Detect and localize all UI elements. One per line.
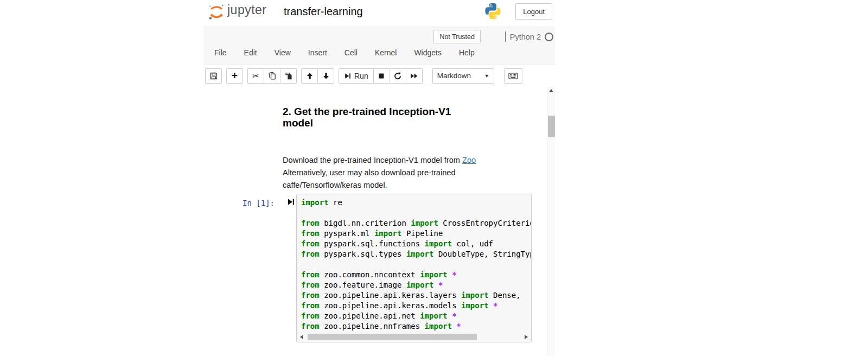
input-prompt: In [1]: — [242, 199, 275, 207]
restart-kernel-button[interactable] — [390, 68, 406, 84]
markdown-heading: 2. Get the pre-trained Inception-V1 mode… — [283, 106, 474, 129]
scissors-icon: ✂ — [252, 72, 259, 80]
paragraph-text: Alternatively, user may also download pr… — [283, 168, 456, 189]
scroll-left-arrow-icon[interactable] — [300, 335, 303, 339]
code-horizontal-scrollbar[interactable] — [298, 333, 530, 341]
code-line: from zoo.pipeline.api.keras.models impor… — [301, 301, 531, 311]
move-cell-down-button[interactable] — [317, 68, 334, 84]
code-line: from zoo.common.nncontext import * — [301, 270, 531, 280]
paragraph-text: Download the pre-trained Inception-V1 mo… — [283, 156, 462, 164]
arrow-up-icon — [305, 72, 314, 80]
run-icon — [344, 72, 352, 80]
fast-forward-icon — [410, 72, 418, 80]
python-logo-icon — [484, 2, 502, 20]
restart-icon — [393, 72, 402, 80]
code-editor[interactable]: import re from bigdl.nn.criterion import… — [296, 194, 532, 342]
plus-icon: + — [232, 70, 238, 80]
stop-icon — [377, 72, 386, 80]
jupyter-logo-text[interactable]: jupyter — [227, 3, 267, 17]
copy-icon — [268, 72, 277, 80]
vertical-scroll-thumb[interactable] — [548, 116, 555, 137]
kernel-name: Python 2 — [510, 33, 541, 41]
notebook-vertical-scrollbar[interactable] — [547, 87, 555, 356]
cut-cell-button[interactable]: ✂ — [247, 68, 264, 84]
run-button[interactable]: Run — [339, 68, 374, 84]
markdown-paragraph: Download the pre-trained Inception-V1 mo… — [283, 154, 500, 192]
code-line: from pyspark.ml import Pipeline — [301, 228, 531, 239]
interrupt-kernel-button[interactable] — [373, 68, 390, 84]
menu-item-cell[interactable]: Cell — [344, 48, 358, 57]
menu-bar: FileEditViewInsertCellKernelWidgetsHelp — [214, 48, 475, 57]
logout-button[interactable]: Logout — [515, 3, 552, 20]
run-button-label: Run — [354, 72, 368, 80]
chevron-down-icon: ▼ — [484, 73, 489, 79]
toolbar: + ✂ Run — [205, 66, 553, 85]
menu-item-help[interactable]: Help — [459, 48, 475, 57]
horizontal-scroll-thumb[interactable] — [308, 334, 477, 340]
kernel-idle-circle-icon — [545, 33, 553, 41]
run-cell-icon[interactable] — [288, 198, 295, 206]
cell-type-select[interactable]: Markdown ▼ — [432, 68, 494, 84]
code-line — [301, 259, 531, 270]
zoo-link[interactable]: Zoo — [462, 156, 476, 164]
notebook-container: 2. Get the pre-trained Inception-V1 mode… — [203, 86, 555, 356]
header: jupyter transfer-learning Logout — [203, 0, 555, 26]
jupyter-app-window: jupyter transfer-learning Logout Not Tru… — [203, 0, 555, 356]
scroll-right-arrow-icon[interactable] — [525, 335, 528, 339]
code-line: from pyspark.sql.functions import col, u… — [301, 239, 531, 249]
code-line: from zoo.pipeline.api.keras.layers impor… — [301, 290, 531, 301]
menu-item-edit[interactable]: Edit — [244, 48, 257, 57]
copy-cell-button[interactable] — [264, 68, 280, 84]
code-line: from zoo.pipeline.api.net import * — [301, 311, 531, 321]
kernel-indicator: Python 2 — [505, 31, 553, 42]
code-line: from zoo.pipeline.nnframes import * — [301, 321, 531, 332]
save-button[interactable] — [205, 68, 222, 84]
code-line: from pyspark.sql.types import DoubleType… — [301, 249, 531, 259]
paste-icon — [284, 72, 293, 80]
arrow-down-icon — [322, 72, 330, 80]
move-cell-up-button[interactable] — [301, 68, 318, 84]
add-cell-button[interactable]: + — [226, 68, 243, 84]
code-line: from bigdl.nn.criterion import CrossEntr… — [301, 218, 531, 228]
menubar-block: Not Trusted Python 2 FileEditViewInsertC… — [203, 26, 555, 65]
paste-cell-button[interactable] — [280, 68, 297, 84]
jupyter-logo-icon — [208, 3, 225, 21]
code-line — [301, 208, 531, 218]
trust-status-button[interactable]: Not Trusted — [433, 30, 481, 43]
code-line: from zoo.feature.image import * — [301, 280, 531, 290]
keyboard-icon — [508, 72, 518, 80]
menu-item-view[interactable]: View — [275, 48, 291, 57]
restart-run-all-button[interactable] — [406, 68, 423, 84]
code-line: import re — [301, 198, 531, 208]
notebook-title[interactable]: transfer-learning — [284, 5, 363, 18]
menu-item-widgets[interactable]: Widgets — [414, 48, 442, 57]
menu-item-kernel[interactable]: Kernel — [375, 48, 397, 57]
code-cell: In [1]: import re from bigdl.nn.criterio… — [203, 194, 555, 343]
kernel-divider — [505, 31, 506, 42]
command-palette-button[interactable] — [504, 68, 522, 84]
code-lines: import re from bigdl.nn.criterion import… — [297, 194, 531, 332]
menu-item-file[interactable]: File — [214, 48, 227, 57]
floppy-icon — [209, 72, 218, 80]
cell-type-value: Markdown — [437, 72, 471, 80]
menu-item-insert[interactable]: Insert — [308, 48, 327, 57]
scroll-up-arrow-icon[interactable] — [549, 89, 553, 92]
